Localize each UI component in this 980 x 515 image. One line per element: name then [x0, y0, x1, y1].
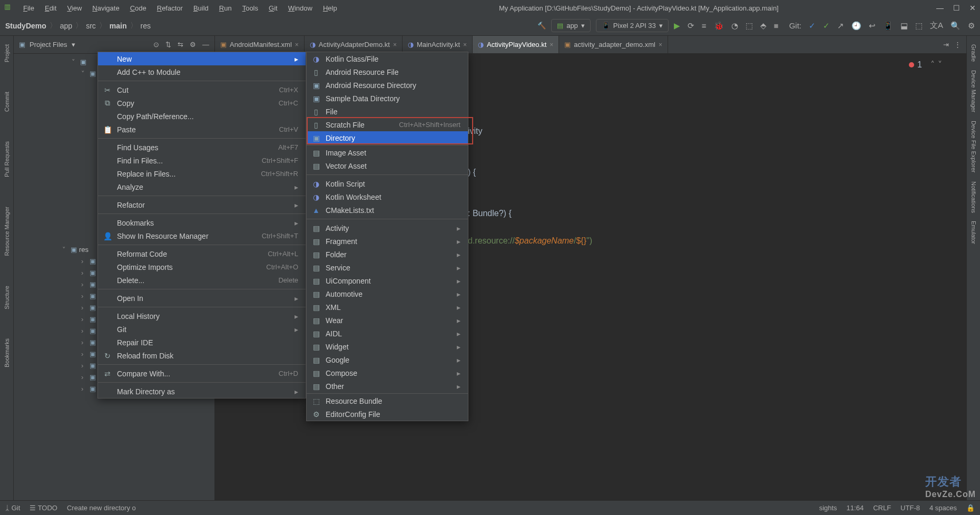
menu-item-repair-ide[interactable]: Repair IDE	[98, 336, 306, 349]
search-icon[interactable]: 🔍	[950, 21, 961, 31]
apply-code-icon[interactable]: ≡	[702, 21, 707, 30]
menu-item-automotive[interactable]: ▤Automotive▸	[307, 287, 468, 300]
caret-position[interactable]: 11:64	[847, 504, 864, 512]
menu-item-xml[interactable]: ▤XML▸	[307, 300, 468, 314]
close-icon[interactable]: ✕	[969, 4, 976, 12]
menu-item-wear[interactable]: ▤Wear▸	[307, 314, 468, 327]
breadcrumb-item[interactable]: res	[141, 22, 151, 30]
context-menu[interactable]: New▸Add C++ to Module✂CutCtrl+X⧉CopyCtrl…	[97, 52, 306, 399]
tab-menu-icon[interactable]: ⋮	[954, 41, 961, 48]
sort-icon[interactable]: ⇅	[165, 41, 171, 48]
menu-run[interactable]: Run	[215, 2, 236, 14]
minimize-icon[interactable]: ―	[936, 4, 944, 12]
menu-item-activity[interactable]: ▤Activity▸	[307, 221, 468, 235]
coverage-icon[interactable]: ⬚	[746, 21, 753, 31]
menu-item-mark-directory-as[interactable]: Mark Directory as▸	[98, 385, 306, 398]
maximize-icon[interactable]: ☐	[953, 4, 960, 12]
menu-item-service[interactable]: ▤Service▸	[307, 261, 468, 274]
gear-icon[interactable]: ⚙	[190, 41, 196, 48]
git-rollback-icon[interactable]: ↩	[869, 21, 876, 31]
locale-icon[interactable]: 文A	[930, 21, 943, 31]
git-commit-icon[interactable]: ✓	[823, 21, 830, 31]
menu-edit[interactable]: Edit	[41, 2, 61, 14]
menu-item-android-resource-file[interactable]: ▯Android Resource File	[307, 65, 468, 79]
menu-item-google[interactable]: ▤Google▸	[307, 353, 468, 366]
new-submenu[interactable]: ◑Kotlin Class/File▯Android Resource File…	[306, 52, 468, 421]
close-tab-icon[interactable]: ×	[393, 41, 397, 48]
menu-item-android-resource-directory[interactable]: ▣Android Resource Directory	[307, 79, 468, 92]
menu-code[interactable]: Code	[126, 2, 151, 14]
menu-git[interactable]: Git	[264, 2, 282, 14]
menu-item-image-asset[interactable]: ▤Image Asset	[307, 146, 468, 159]
tab-activityadapterdemo-kt[interactable]: ◑ActivityAdapterDemo.kt×	[305, 36, 403, 53]
git-update-icon[interactable]: ✓	[809, 21, 816, 31]
tool-device-file-explorer[interactable]: Device File Explorer	[971, 116, 977, 177]
menu-item-cmakelists-txt[interactable]: ▲CMakeLists.txt	[307, 203, 468, 217]
menu-item-add-c-to-module[interactable]: Add C++ to Module	[98, 65, 306, 79]
git-push-icon[interactable]: ↗	[837, 21, 844, 31]
tool-commit[interactable]: Commit	[4, 88, 10, 116]
menu-item-editorconfig-file[interactable]: ⚙EditorConfig File	[307, 407, 468, 421]
menu-item-sample-data-directory[interactable]: ▣Sample Data Directory	[307, 92, 468, 105]
menu-window[interactable]: Window	[284, 2, 317, 14]
breadcrumb-item[interactable]: src	[86, 22, 96, 30]
menu-tools[interactable]: Tools	[238, 2, 262, 14]
menu-item-find-usages[interactable]: Find UsagesAlt+F7	[98, 141, 306, 154]
menu-item-copy-path-reference-[interactable]: Copy Path/Reference...	[98, 110, 306, 123]
menu-item-directory[interactable]: ▣Directory	[307, 131, 468, 144]
close-tab-icon[interactable]: ×	[295, 41, 299, 48]
menu-item-other[interactable]: ▤Other▸	[307, 380, 468, 393]
menu-help[interactable]: Help	[319, 2, 341, 14]
line-ending[interactable]: CRLF	[873, 504, 891, 512]
tab-activity_adapter_demo-xml[interactable]: ▣activity_adapter_demo.xml×	[559, 36, 668, 53]
avd-icon[interactable]: 📱	[883, 21, 893, 31]
menu-item-resource-bundle[interactable]: ⬚Resource Bundle	[307, 394, 468, 407]
tool-bookmarks[interactable]: Bookmarks	[4, 334, 10, 372]
run-config-selector[interactable]: ▤ app ▾	[551, 19, 591, 32]
menu-refactor[interactable]: Refactor	[153, 2, 187, 14]
breadcrumb-item[interactable]: app	[60, 22, 72, 30]
menu-item-scratch-file[interactable]: ▯Scratch FileCtrl+Alt+Shift+Insert	[307, 118, 468, 131]
tool-pull-requests[interactable]: Pull Requests	[4, 137, 10, 181]
menu-item-show-in-resource-manager[interactable]: 👤Show In Resource ManagerCtrl+Shift+T	[98, 229, 306, 242]
menu-item-find-in-files-[interactable]: Find in Files...Ctrl+Shift+F	[98, 154, 306, 167]
debug-icon[interactable]: 🐞	[714, 21, 724, 31]
tab-androidmanifest-xml[interactable]: ▣AndroidManifest.xml×	[215, 36, 305, 53]
menu-item-optimize-imports[interactable]: Optimize ImportsCtrl+Alt+O	[98, 260, 306, 274]
tool-notifications[interactable]: Notifications	[971, 177, 977, 217]
collapse-icon[interactable]: —	[202, 41, 209, 48]
menu-file[interactable]: File	[19, 2, 38, 14]
menu-item-aidl[interactable]: ▤AIDL▸	[307, 327, 468, 340]
chevron-down-icon[interactable]: ˅	[938, 58, 942, 72]
close-tab-icon[interactable]: ×	[659, 41, 662, 48]
tab-overflow-icon[interactable]: ⇥	[943, 41, 949, 48]
breadcrumb-item[interactable]: main	[110, 22, 127, 30]
menu-item-uicomponent[interactable]: ▤UiComponent▸	[307, 274, 468, 287]
profile-icon[interactable]: ◔	[731, 21, 738, 31]
tool-gradle[interactable]: Gradle	[971, 40, 977, 66]
tool-structure[interactable]: Structure	[4, 281, 10, 314]
tool-device-manager[interactable]: Device Manager	[971, 66, 977, 116]
menu-item-replace-in-files-[interactable]: Replace in Files...Ctrl+Shift+R	[98, 167, 306, 180]
git-branch-icon[interactable]: ᛣ Git	[5, 504, 20, 512]
git-history-icon[interactable]: 🕘	[851, 21, 861, 31]
menu-item-compose[interactable]: ▤Compose▸	[307, 366, 468, 380]
menu-item-fragment[interactable]: ▤Fragment▸	[307, 235, 468, 248]
menu-item-git[interactable]: Git▸	[98, 323, 306, 336]
menu-item-new[interactable]: New▸	[98, 52, 306, 65]
encoding[interactable]: UTF-8	[900, 504, 920, 512]
menu-item-bookmarks[interactable]: Bookmarks▸	[98, 216, 306, 229]
build-icon[interactable]: 🔨	[537, 22, 546, 30]
readonly-icon[interactable]: 🔒	[966, 504, 975, 512]
menu-item-cut[interactable]: ✂CutCtrl+X	[98, 83, 306, 96]
close-tab-icon[interactable]: ×	[463, 41, 467, 48]
menu-item-widget[interactable]: ▤Widget▸	[307, 340, 468, 353]
error-indicator[interactable]: 1 ˄ ˅	[909, 58, 942, 72]
sdk-icon[interactable]: ⬓	[900, 21, 908, 31]
tool-resource-manager[interactable]: Resource Manager	[4, 202, 10, 260]
apply-changes-icon[interactable]: ⟳	[688, 21, 694, 31]
menu-item-vector-asset[interactable]: ▤Vector Asset	[307, 159, 468, 172]
tab-mainactivity-kt[interactable]: ◑MainActivity.kt×	[403, 36, 473, 53]
tab-activityplayvideo-kt[interactable]: ◑ActivityPlayVideo.kt×	[473, 36, 559, 53]
menu-build[interactable]: Build	[189, 2, 213, 14]
